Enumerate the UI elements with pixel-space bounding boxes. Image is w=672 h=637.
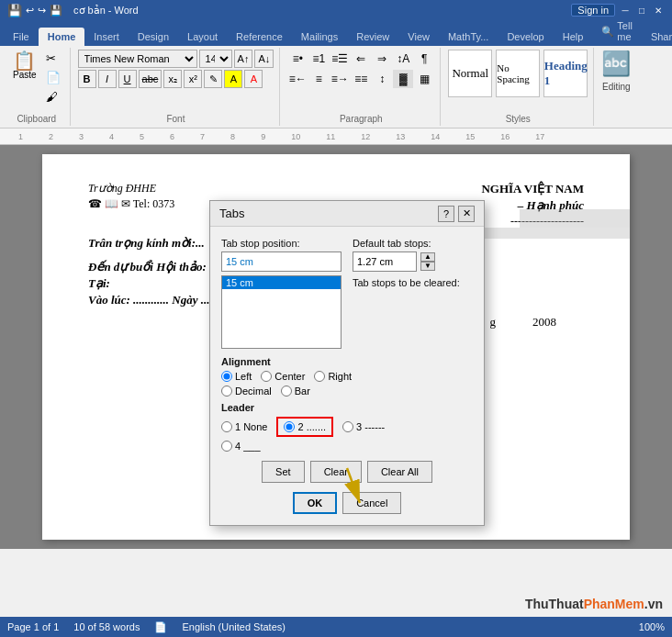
- dialog-overlay: Tabs ? ✕ Tab stop position: 15 cm Def: [0, 0, 672, 637]
- align-right-label: Right: [328, 371, 352, 382]
- default-stops-row: ▲ ▼: [353, 251, 473, 272]
- leader-4-radio[interactable]: [221, 441, 232, 452]
- align-center-radio[interactable]: [261, 371, 272, 382]
- dialog-controls: ? ✕: [438, 206, 475, 222]
- clear-button[interactable]: Clear: [310, 461, 362, 483]
- tabs-dialog: Tabs ? ✕ Tab stop position: 15 cm Def: [209, 200, 485, 526]
- dialog-buttons-bottom: OK Cancel: [221, 492, 473, 514]
- leader-section: Leader 1 None 2 .......: [221, 402, 473, 452]
- default-stops-input[interactable]: [353, 251, 417, 272]
- dialog-help-button[interactable]: ?: [438, 206, 454, 222]
- default-stops-col: Default tab stops: ▲ ▼ Tab stops to be c…: [353, 238, 473, 349]
- leader-1-label: 1 None: [235, 421, 267, 432]
- leader-3-radio[interactable]: [342, 421, 353, 432]
- set-button[interactable]: Set: [262, 461, 305, 483]
- spin-down-button[interactable]: ▼: [420, 262, 435, 271]
- dialog-buttons-top: Set Clear Clear All: [221, 461, 473, 483]
- leader-row-1: 1 None 2 ....... 3 ------: [221, 417, 473, 437]
- dialog-title: Tabs: [219, 207, 244, 220]
- alignment-row-1: Left Center Right: [221, 371, 473, 382]
- leader-4-label: 4 ___: [235, 441, 261, 452]
- clear-value: [353, 291, 473, 304]
- tab-stop-col: Tab stop position: 15 cm: [221, 238, 342, 349]
- leader-2-radio[interactable]: [284, 421, 295, 432]
- alignment-section: Alignment Left Center Right: [221, 356, 473, 397]
- leader-2-label: 2 .......: [297, 421, 326, 432]
- dialog-close-button[interactable]: ✕: [458, 206, 475, 222]
- leader-4-option[interactable]: 4 ___: [221, 441, 261, 452]
- default-stops-label: Default tab stops:: [353, 238, 473, 249]
- align-bar-label: Bar: [295, 386, 310, 397]
- leader-2-option[interactable]: 2 .......: [284, 421, 326, 432]
- align-center-label: Center: [274, 371, 305, 382]
- alignment-row-2: Decimal Bar: [221, 386, 473, 397]
- leader-3-label: 3 ------: [356, 421, 385, 432]
- leader-1-radio[interactable]: [221, 421, 232, 432]
- spin-buttons: ▲ ▼: [420, 252, 435, 271]
- leader-1-option[interactable]: 1 None: [221, 421, 267, 432]
- align-left-radio[interactable]: [221, 371, 232, 382]
- align-right-radio[interactable]: [314, 371, 325, 382]
- spin-up-button[interactable]: ▲: [420, 252, 435, 262]
- watermark-part1: ThuThuat: [525, 597, 584, 611]
- align-left-label: Left: [235, 371, 252, 382]
- tab-stop-list[interactable]: 15 cm: [221, 275, 342, 349]
- leader-2-box: 2 .......: [276, 417, 333, 437]
- align-decimal-label: Decimal: [235, 386, 272, 397]
- ok-button[interactable]: OK: [293, 492, 338, 514]
- align-left-option[interactable]: Left: [221, 371, 252, 382]
- watermark-part3: .vn: [644, 597, 663, 611]
- align-decimal-option[interactable]: Decimal: [221, 386, 272, 397]
- clear-all-button[interactable]: Clear All: [367, 461, 432, 483]
- align-right-option[interactable]: Right: [314, 371, 352, 382]
- leader-label: Leader: [221, 402, 473, 413]
- cancel-button[interactable]: Cancel: [342, 492, 401, 514]
- top-row: Tab stop position: 15 cm Default tab sto…: [221, 238, 473, 349]
- clear-label: Tab stops to be cleared:: [353, 277, 473, 288]
- align-bar-option[interactable]: Bar: [281, 386, 310, 397]
- dialog-titlebar: Tabs ? ✕: [210, 201, 484, 227]
- align-bar-radio[interactable]: [281, 386, 292, 397]
- watermark-part2: PhanMem: [584, 597, 644, 611]
- dialog-body: Tab stop position: 15 cm Default tab sto…: [210, 227, 484, 525]
- align-center-option[interactable]: Center: [261, 371, 305, 382]
- leader-3-option[interactable]: 3 ------: [342, 421, 385, 432]
- align-decimal-radio[interactable]: [221, 386, 232, 397]
- leader-row-2: 4 ___: [221, 441, 473, 452]
- alignment-label: Alignment: [221, 356, 473, 367]
- watermark: ThuThuatPhanMem.vn: [525, 597, 663, 611]
- tab-stop-label: Tab stop position:: [221, 238, 342, 249]
- tab-list-item[interactable]: 15 cm: [222, 276, 341, 289]
- tab-stop-input[interactable]: [221, 251, 342, 272]
